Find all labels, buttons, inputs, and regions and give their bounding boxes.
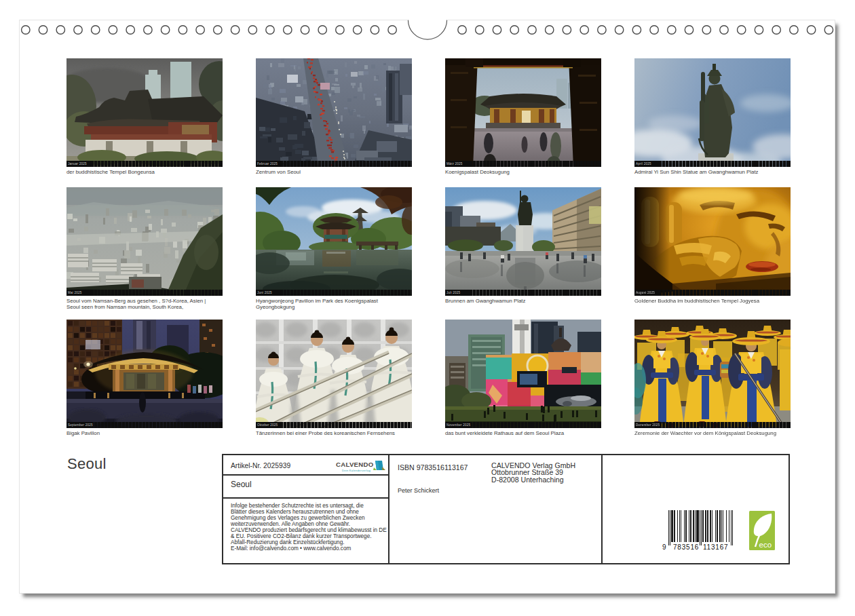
svg-text:Dein Kalenderverlag: Dein Kalenderverlag	[342, 469, 370, 472]
svg-text:9: 9	[662, 543, 666, 551]
svg-text:113167: 113167	[703, 543, 728, 551]
svg-text:CALVENDO: CALVENDO	[336, 461, 374, 468]
svg-text:783516: 783516	[673, 543, 699, 551]
svg-text:eco: eco	[759, 541, 772, 549]
